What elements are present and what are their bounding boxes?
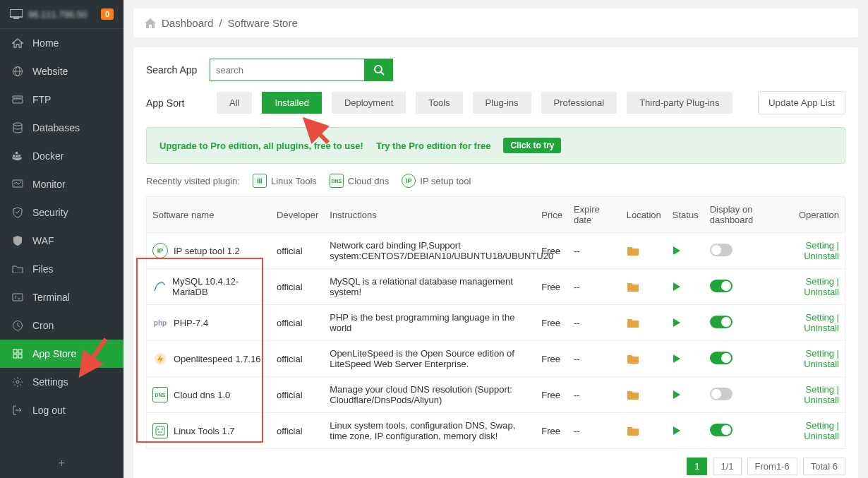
setting-link[interactable]: Setting | [799,348,839,359]
sidebar-item-website[interactable]: Website [0,57,123,85]
notification-badge[interactable]: 0 [101,8,114,20]
sort-plug-ins[interactable]: Plug-ins [473,92,531,114]
click-to-try-button[interactable]: Click to try [503,138,561,153]
developer-cell: official [271,269,324,305]
sidebar-item-monitor[interactable]: Monitor [0,170,123,198]
sidebar-item-terminal[interactable]: Terminal [0,283,123,311]
folder-icon[interactable] [627,282,661,292]
setting-link[interactable]: Setting | [799,420,839,431]
table-row: IPIP setup tool 1.2 official Network car… [147,233,845,269]
dashboard-toggle[interactable] [710,316,733,328]
price-cell: Free [536,269,568,305]
play-icon[interactable] [673,246,699,256]
software-name-cell[interactable]: Openlitespeed 1.7.16 [152,351,265,366]
docker-icon [11,152,24,160]
pro-banner: Upgrade to Pro edition, all plugins, fre… [146,127,845,164]
play-icon[interactable] [673,282,699,292]
table-row: MySQL 10.4.12-MariaDB official MySQL is … [147,269,845,305]
search-input[interactable] [210,59,365,81]
play-icon[interactable] [673,426,699,436]
software-name-cell[interactable]: DNSCloud dns 1.0 [152,387,265,402]
recent-item-ip-setup[interactable]: IP IP setup tool [402,174,471,188]
recent-item-linux-tools[interactable]: ⊞ Linux Tools [253,174,317,188]
svg-rect-13 [13,294,23,301]
sidebar-item-ftp[interactable]: FTP [0,85,123,114]
play-icon[interactable] [673,354,699,364]
sort-deployment[interactable]: Deployment [332,92,406,114]
breadcrumb: Dashboard / Software Store [133,8,858,37]
add-menu-button[interactable]: + [0,448,123,478]
svg-point-25 [162,429,163,430]
sidebar-item-label: FTP [32,94,51,105]
sidebar-item-databases[interactable]: Databases [0,114,123,142]
expire-cell: -- [568,377,621,413]
uninstall-link[interactable]: Uninstall [799,359,839,369]
folder-icon[interactable] [627,354,661,364]
setting-link[interactable]: Setting | [799,240,839,251]
software-name-cell[interactable]: phpPHP-7.4 [152,315,265,330]
sidebar-item-security[interactable]: Security [0,198,123,227]
software-name-cell[interactable]: IPIP setup tool 1.2 [152,243,265,258]
recent-item-cloud-dns[interactable]: DNS Cloud dns [330,174,390,188]
sort-buttons: AllInstalledDeploymentToolsPlug-insProfe… [217,92,733,114]
dashboard-toggle[interactable] [710,280,733,292]
sidebar-item-label: Website [32,66,68,77]
update-app-list-button[interactable]: Update App List [758,91,845,114]
search-label: Search App [146,64,210,76]
sidebar-item-files[interactable]: Files [0,255,123,283]
setting-link[interactable]: Setting | [799,276,839,287]
folder-icon[interactable] [627,246,661,256]
breadcrumb-home[interactable]: Dashboard [162,17,213,29]
gear-icon [11,376,24,388]
uninstall-link[interactable]: Uninstall [799,431,839,441]
sidebar-item-settings[interactable]: Settings [0,368,123,396]
sort-professional[interactable]: Professional [541,92,617,114]
uninstall-link[interactable]: Uninstall [799,395,839,405]
sidebar-item-label: Docker [32,150,64,162]
sidebar-item-waf[interactable]: WAF [0,227,123,255]
svg-rect-9 [16,155,18,157]
sort-third-party-plug-ins[interactable]: Third-party Plug-ins [627,92,732,114]
recent-row: Recently visited plugin: ⊞ Linux Tools D… [146,174,845,188]
sidebar-item-log-out[interactable]: Log out [0,396,123,424]
dashboard-toggle[interactable] [710,352,733,364]
col-instructions: Instructions [324,197,536,233]
sidebar-item-label: Home [32,37,59,49]
folder-icon[interactable] [627,390,661,400]
page-1[interactable]: 1 [687,458,707,475]
db-icon [11,122,24,133]
dashboard-toggle[interactable] [710,424,733,436]
sort-all[interactable]: All [217,92,252,114]
dashboard-toggle[interactable] [710,244,733,256]
uninstall-link[interactable]: Uninstall [799,251,839,261]
folder-icon[interactable] [627,318,661,328]
uninstall-link[interactable]: Uninstall [799,323,839,333]
dashboard-toggle[interactable] [710,388,733,400]
instructions-cell: Linux system tools, configuration DNS, S… [324,413,536,449]
col-price: Price [536,197,568,233]
price-cell: Free [536,341,568,377]
uninstall-link[interactable]: Uninstall [799,287,839,297]
search-row: Search App [146,59,845,81]
folder-icon[interactable] [627,426,661,436]
expire-cell: -- [568,269,621,305]
search-button[interactable] [365,59,393,81]
play-icon[interactable] [673,390,699,400]
sidebar-item-cron[interactable]: Cron [0,311,123,340]
sidebar-nav: HomeWebsiteFTPDatabasesDockerMonitorSecu… [0,29,123,448]
ftp-icon [11,95,24,104]
setting-link[interactable]: Setting | [799,384,839,395]
sidebar-item-app-store[interactable]: App Store [0,340,123,368]
sidebar-item-label: WAF [32,235,54,246]
terminal-icon [11,293,24,301]
svg-rect-6 [13,96,23,98]
sidebar-item-home[interactable]: Home [0,29,123,57]
play-icon[interactable] [673,318,699,328]
svg-point-7 [13,123,22,126]
sort-tools[interactable]: Tools [416,92,462,114]
software-name-cell[interactable]: MySQL 10.4.12-MariaDB [152,276,265,297]
software-name-cell[interactable]: Linux Tools 1.7 [152,423,265,438]
sidebar-item-docker[interactable]: Docker [0,142,123,170]
setting-link[interactable]: Setting | [799,312,839,323]
sort-installed[interactable]: Installed [262,92,321,114]
